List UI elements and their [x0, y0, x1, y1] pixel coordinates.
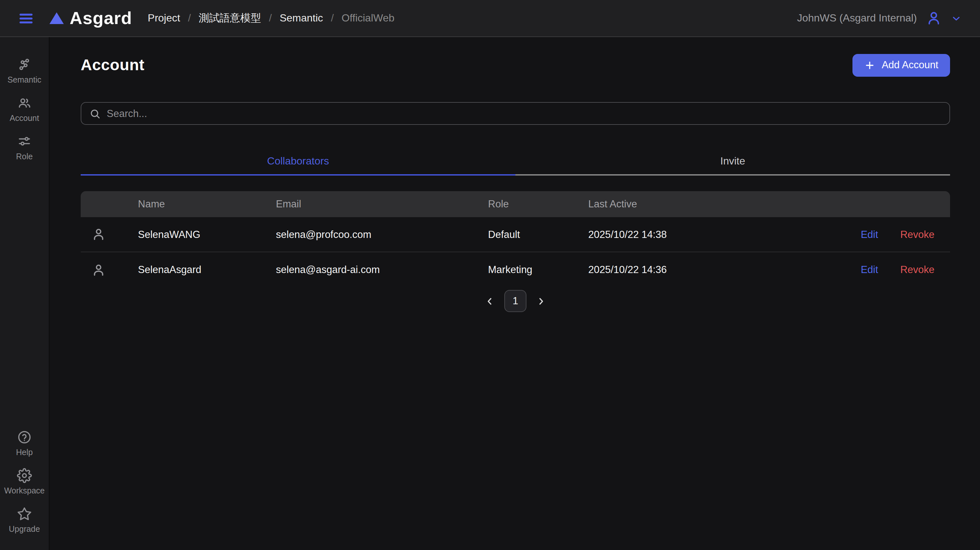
plus-icon: [864, 60, 875, 71]
chevron-down-icon[interactable]: [951, 13, 962, 24]
user-row-icon: [81, 262, 138, 277]
cell-name: SelenaAsgard: [138, 264, 276, 276]
cell-email: selena@profcoo.com: [276, 228, 488, 240]
breadcrumb-item-model[interactable]: 測試語意模型: [199, 11, 261, 25]
sidebar-item-upgrade[interactable]: Upgrade: [0, 504, 49, 536]
sidebar-label-role: Role: [16, 152, 33, 161]
cell-role: Default: [488, 228, 588, 240]
revoke-link[interactable]: Revoke: [900, 228, 934, 240]
cell-role: Marketing: [488, 264, 588, 276]
cell-name: SelenaWANG: [138, 228, 276, 240]
cell-last-active: 2025/10/22 14:38: [588, 228, 840, 240]
next-page-icon[interactable]: [536, 295, 547, 306]
sidebar-label-help: Help: [16, 448, 33, 457]
tabs: Collaborators Invite: [81, 148, 950, 176]
main-content: Account Add Account: [49, 37, 980, 550]
user-row-icon: [81, 227, 138, 242]
tab-invite[interactable]: Invite: [515, 148, 950, 174]
sidebar: Semantic Account: [0, 37, 49, 550]
sidebar-label-account: Account: [10, 114, 39, 123]
semantic-graph-icon: [17, 57, 32, 72]
triangle-logo-icon: [49, 12, 64, 24]
previous-page-icon[interactable]: [484, 295, 495, 306]
column-header-name: Name: [138, 198, 276, 210]
table-row: SelenaWANG selena@profcoo.com Default 20…: [81, 217, 950, 252]
sidebar-item-workspace[interactable]: Workspace: [0, 466, 49, 498]
collaborators-table: Name Email Role Last Active SelenaWANG s…: [81, 191, 950, 287]
topbar: Asgard Project / 測試語意模型 / Semantic / Off…: [0, 0, 980, 37]
help-circle-icon: [17, 430, 32, 445]
table-row: SelenaAsgard selena@asgard-ai.com Market…: [81, 252, 950, 287]
breadcrumb-item-project[interactable]: Project: [148, 12, 180, 24]
table-header: Name Email Role Last Active: [81, 191, 950, 217]
sidebar-label-semantic: Semantic: [8, 75, 41, 84]
sidebar-item-account[interactable]: Account: [0, 93, 49, 125]
breadcrumb-separator: /: [269, 12, 272, 24]
sidebar-bottom-group: Help Workspace: [0, 427, 49, 542]
sidebar-label-upgrade: Upgrade: [9, 525, 40, 534]
page-title: Account: [81, 56, 145, 74]
breadcrumb-item-semantic[interactable]: Semantic: [280, 12, 323, 24]
breadcrumb-separator: /: [331, 12, 334, 24]
add-account-label: Add Account: [882, 59, 939, 71]
search-bar[interactable]: [81, 102, 950, 125]
sidebar-item-role[interactable]: Role: [0, 132, 49, 164]
user-name-label: JohnWS (Asgard Internal): [797, 12, 917, 24]
edit-link[interactable]: Edit: [861, 228, 878, 240]
search-icon: [89, 108, 101, 119]
tab-collaborators[interactable]: Collaborators: [81, 148, 515, 174]
sidebar-item-help[interactable]: Help: [0, 427, 49, 460]
revoke-link[interactable]: Revoke: [900, 264, 934, 276]
brand-name: Asgard: [70, 8, 132, 28]
column-header-role: Role: [488, 198, 588, 210]
cell-email: selena@asgard-ai.com: [276, 264, 488, 276]
sidebar-label-workspace: Workspace: [4, 486, 45, 495]
cell-last-active: 2025/10/22 14:36: [588, 264, 840, 276]
column-header-email: Email: [276, 198, 488, 210]
sidebar-top-group: Semantic Account: [0, 55, 49, 170]
star-icon: [17, 506, 32, 521]
active-tab-indicator: [81, 174, 515, 176]
pagination: 1: [81, 290, 950, 312]
breadcrumb-separator: /: [188, 12, 191, 24]
sidebar-item-semantic[interactable]: Semantic: [0, 55, 49, 87]
user-menu[interactable]: JohnWS (Asgard Internal): [797, 10, 980, 26]
page-number-button[interactable]: 1: [504, 290, 527, 312]
user-avatar-icon[interactable]: [926, 10, 942, 26]
search-input[interactable]: [107, 108, 942, 119]
app: Asgard Project / 測試語意模型 / Semantic / Off…: [0, 0, 980, 550]
hamburger-menu-icon[interactable]: [19, 13, 33, 23]
add-account-button[interactable]: Add Account: [853, 54, 950, 76]
team-icon: [17, 95, 32, 111]
edit-link[interactable]: Edit: [861, 264, 878, 276]
gear-icon: [17, 468, 32, 483]
breadcrumb-item-officialweb: OfficialWeb: [342, 12, 395, 24]
asgard-logo: Asgard: [49, 8, 132, 28]
breadcrumb: Project / 測試語意模型 / Semantic / OfficialWe…: [148, 11, 395, 25]
column-header-last-active: Last Active: [588, 198, 840, 210]
sliders-icon: [17, 134, 32, 149]
